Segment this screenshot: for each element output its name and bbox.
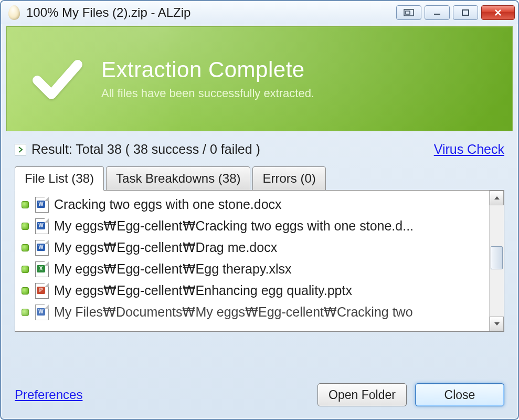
file-name: My eggs₩Egg-cellent₩Egg therapy.xlsx [54,261,292,277]
list-item[interactable]: W My eggs₩Egg-cellent₩Drag me.docx [17,237,487,258]
file-name: My eggs₩Egg-cellent₩Drag me.docx [54,240,277,255]
alzip-window: 100% My Files (2).zip - ALZip Extraction… [0,0,519,420]
scroll-up-button[interactable] [490,191,504,205]
status-dot-icon [22,201,29,208]
status-dot-icon [22,244,29,251]
file-name: Cracking two eggs with one stone.docx [54,197,282,212]
file-name: My eggs₩Egg-cellent₩Cracking two eggs wi… [54,218,414,234]
file-list-panel: W Cracking two eggs with one stone.docx … [15,190,504,332]
excel-file-icon: X [35,261,49,277]
preferences-link[interactable]: Preferences [15,387,82,402]
tab-file-list[interactable]: File List (38) [15,166,104,191]
scrollbar[interactable] [489,191,504,331]
word-file-icon: W [35,304,49,320]
list-item[interactable]: X My eggs₩Egg-cellent₩Egg therapy.xlsx [17,258,487,280]
scroll-thumb[interactable] [491,246,503,269]
tab-task-breakdowns[interactable]: Task Breakdowns (38) [106,166,250,191]
window-title: 100% My Files (2).zip - ALZip [26,5,190,20]
virus-check-link[interactable]: Virus Check [434,142,504,157]
svg-rect-3 [462,10,469,15]
file-name: My eggs₩Egg-cellent₩Enhancing egg qualit… [54,283,352,298]
content-area: Result: Total 38 ( 38 success / 0 failed… [1,131,518,371]
scroll-down-button[interactable] [490,317,504,331]
list-item[interactable]: W My eggs₩Egg-cellent₩Cracking two eggs … [17,215,487,237]
footer: Preferences Open Folder Close [1,371,518,419]
maximize-button[interactable] [453,5,478,20]
status-dot-icon [22,223,29,230]
titlebar: 100% My Files (2).zip - ALZip [1,1,518,24]
tab-errors[interactable]: Errors (0) [252,166,325,191]
file-list: W Cracking two eggs with one stone.docx … [15,191,489,331]
minimize-button[interactable] [425,5,450,20]
list-item[interactable]: P My eggs₩Egg-cellent₩Enhancing egg qual… [17,280,487,301]
result-summary: Result: Total 38 ( 38 success / 0 failed… [31,142,434,157]
list-item[interactable]: W My Files₩Documents₩My eggs₩Egg-cellent… [17,301,487,323]
open-folder-button[interactable]: Open Folder [317,383,407,406]
status-dot-icon [22,266,29,273]
file-name: My Files₩Documents₩My eggs₩Egg-cellent₩C… [54,304,413,320]
banner-title: Extraction Complete [101,57,314,82]
close-window-button[interactable] [481,5,515,20]
banner-subtitle: All files have been successfully extract… [101,87,314,100]
result-row: Result: Total 38 ( 38 success / 0 failed… [15,142,504,157]
status-dot-icon [22,287,29,295]
ppt-file-icon: P [35,283,49,299]
status-dot-icon [22,309,29,316]
checkmark-icon [28,50,86,108]
scroll-track[interactable] [490,205,504,317]
list-item[interactable]: W Cracking two eggs with one stone.docx [17,194,487,215]
svg-rect-1 [406,11,410,14]
status-banner: Extraction Complete All files have been … [6,26,513,131]
app-egg-icon [8,5,20,20]
tab-row: File List (38) Task Breakdowns (38) Erro… [15,166,504,191]
expand-toggle[interactable] [15,144,26,155]
word-file-icon: W [35,218,49,234]
titlebar-extra-button[interactable] [396,5,421,20]
word-file-icon: W [35,197,49,213]
close-button[interactable]: Close [415,383,504,406]
word-file-icon: W [35,240,49,256]
